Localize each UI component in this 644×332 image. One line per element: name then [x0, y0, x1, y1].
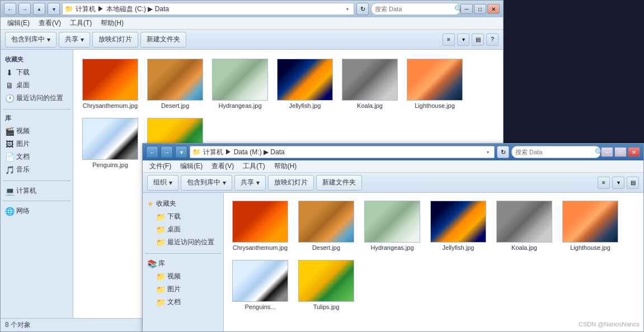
slideshow-button-1[interactable]: 放映幻灯片: [92, 32, 138, 48]
file-tulips-2[interactable]: Tulips.jpg: [295, 258, 357, 312]
sidebar-item-download-1[interactable]: ⬇ 下载: [3, 66, 70, 79]
help-button-1[interactable]: ?: [486, 34, 499, 46]
close-button-1[interactable]: ✕: [487, 4, 500, 14]
music-icon-1: 🎵: [5, 166, 14, 174]
sidebar-item-music-1[interactable]: 🎵 音乐: [3, 163, 70, 176]
organize-dropdown-icon-2: ▾: [169, 179, 172, 187]
back-button[interactable]: ←: [4, 3, 16, 15]
sidebar-item-recent-2[interactable]: 📁 最近访问的位置: [145, 236, 221, 249]
file-penguins-2[interactable]: Penguins...: [229, 258, 291, 312]
desktop-icon-1: 🖥: [5, 82, 14, 89]
sidebar-item-video-1[interactable]: 🎬 视频: [3, 125, 70, 137]
file-jellyfish-2[interactable]: Jellyfish.jpg: [427, 198, 489, 253]
include-library-button-2[interactable]: 包含到库中 ▾: [181, 175, 232, 191]
sidebar-item-desktop-1[interactable]: 🖥 桌面: [3, 79, 70, 92]
forward-button[interactable]: →: [18, 3, 31, 15]
menu-view-1[interactable]: 查看(V): [34, 17, 65, 29]
sidebar-item-network-1[interactable]: 🌐 网络: [3, 205, 70, 217]
file-koala-1[interactable]: Koala.jpg: [340, 56, 400, 111]
menu-edit-1[interactable]: 编辑(E): [3, 17, 34, 29]
view-dropdown-button-1[interactable]: ▾: [457, 34, 469, 46]
forward-button-2[interactable]: →: [161, 146, 173, 158]
share-button-1[interactable]: 共享 ▾: [59, 32, 90, 48]
sidebar-document-label-1: 文档: [16, 152, 30, 162]
menu-tools-2[interactable]: 工具(T): [238, 160, 269, 172]
sidebar-download-label-1: 下载: [16, 68, 30, 77]
share-button-2[interactable]: 共享 ▾: [234, 175, 266, 191]
file-hydrangeas-1[interactable]: Hydrangeas.jpg: [210, 56, 270, 111]
file-lighthouse-2[interactable]: Lighthouse.jpg: [560, 198, 621, 253]
address-bar-2[interactable]: 📁 计算机 ▶ Data (M:) ▶ Data ▾: [190, 146, 495, 158]
address-dropdown-1[interactable]: ▾: [344, 5, 351, 13]
refresh-button-2[interactable]: ↻: [497, 146, 509, 158]
file-chrysanthemum-1[interactable]: Chrysanthemum.jpg: [80, 56, 140, 111]
maximize-button-1[interactable]: □: [474, 4, 486, 14]
refresh-button-1[interactable]: ↻: [356, 3, 369, 15]
recent-button-2[interactable]: ▾: [175, 146, 187, 158]
menu-help-2[interactable]: 帮助(H): [270, 160, 302, 172]
sidebar-library-title-item-2[interactable]: 📚 库: [145, 257, 221, 270]
menu-help-1[interactable]: 帮助(H): [96, 17, 128, 29]
search-bar-1[interactable]: 🔍: [371, 3, 460, 15]
include-library-label-1: 包含到库中: [11, 35, 45, 44]
sidebar-item-picture-2[interactable]: 📁 图片: [145, 283, 221, 296]
recent-icon-1: 🕐: [5, 94, 14, 102]
details-pane-button-1[interactable]: ▤: [472, 34, 484, 46]
sidebar-item-picture-1[interactable]: 🖼 图片: [3, 137, 70, 150]
search-input-1[interactable]: [375, 6, 452, 12]
share-label-2: 共享: [241, 178, 254, 187]
details-pane-button-2[interactable]: ▤: [627, 177, 639, 189]
slideshow-button-2[interactable]: 放映幻灯片: [268, 175, 314, 191]
include-library-button-1[interactable]: 包含到库中 ▾: [5, 32, 57, 48]
close-button-2[interactable]: ✕: [628, 147, 640, 157]
sidebar-item-recent-1[interactable]: 🕐 最近访问的位置: [3, 92, 70, 105]
menu-view-2[interactable]: 查看(V): [207, 160, 238, 172]
sidebar-download-label-2: 下载: [167, 212, 181, 221]
organize-button-2[interactable]: 组织 ▾: [147, 175, 178, 191]
file-lighthouse-1[interactable]: Lighthouse.jpg: [405, 56, 465, 111]
search-bar-2[interactable]: 🔍: [511, 146, 601, 158]
search-input-2[interactable]: [515, 149, 593, 155]
back-button-2[interactable]: ←: [146, 146, 158, 158]
file-koala-2[interactable]: Koala.jpg: [493, 198, 555, 253]
sidebar-item-video-2[interactable]: 📁 视频: [145, 270, 221, 283]
file-desert-2[interactable]: Desert.jpg: [295, 198, 357, 253]
minimize-button-1[interactable]: ─: [460, 4, 473, 14]
sidebar-item-desktop-2[interactable]: 📁 桌面: [145, 223, 221, 236]
sidebar-favorites-title-item-2[interactable]: ★ 收藏夹: [145, 197, 221, 210]
menu-edit-2[interactable]: 编辑(E): [176, 160, 207, 172]
maximize-button-2[interactable]: □: [614, 147, 627, 157]
file-chrysanthemum-2[interactable]: Chrysanthemum.jpg: [229, 198, 291, 253]
address-bar-1[interactable]: 📁 计算机 ▶ 本地磁盘 (C:) ▶ Data ▾: [62, 3, 354, 15]
toolbar-1: 包含到库中 ▾ 共享 ▾ 放映幻灯片 新建文件夹 ≡ ▾ ▤ ?: [1, 30, 503, 50]
file-jellyfish-1[interactable]: Jellyfish.jpg: [275, 56, 335, 111]
file-hydrangeas-2[interactable]: Hydrangeas.jpg: [361, 198, 423, 253]
menu-file-2[interactable]: 文件(F): [145, 160, 176, 172]
file-name-lighthouse-1: Lighthouse.jpg: [415, 102, 455, 109]
file-desert-1[interactable]: Desert.jpg: [145, 56, 205, 111]
minimize-button-2[interactable]: ─: [601, 147, 613, 157]
new-folder-button-2[interactable]: 新建文件夹: [316, 175, 362, 191]
window-controls-2: ─ □ ✕: [601, 147, 640, 157]
view-toggle-button-1[interactable]: ≡: [443, 34, 455, 46]
file-name-desert-1: Desert.jpg: [161, 102, 189, 109]
sidebar-item-download-2[interactable]: 📁 下载: [145, 210, 221, 223]
sidebar-item-document-2[interactable]: 📁 文档: [145, 296, 221, 309]
sidebar-2: ★ 收藏夹 📁 下载 📁 桌面 📁 最近访问的位置: [143, 193, 224, 331]
sidebar-item-document-1[interactable]: 📄 文档: [3, 150, 70, 163]
view-toggle-button-2[interactable]: ≡: [598, 177, 610, 189]
view-dropdown-button-2[interactable]: ▾: [612, 177, 624, 189]
new-folder-button-1[interactable]: 新建文件夹: [140, 32, 186, 48]
recent-button[interactable]: ▾: [48, 3, 60, 15]
watermark: CSDN @NanosNanos: [579, 321, 640, 328]
content-area-2: Chrysanthemum.jpg Desert.jpg Hydrangeas.…: [224, 193, 643, 331]
picture-icon-1: 🖼: [5, 140, 14, 148]
address-dropdown-2[interactable]: ▾: [484, 148, 492, 156]
menu-tools-1[interactable]: 工具(T): [65, 17, 96, 29]
recent-icon-2: 📁: [156, 239, 165, 246]
sidebar-item-computer-1[interactable]: 💻 计算机: [3, 184, 70, 197]
file-penguins-1[interactable]: Penguins.jpg: [80, 116, 140, 170]
sidebar-video-label-2: 视频: [167, 272, 181, 281]
up-button[interactable]: ▲: [33, 3, 45, 15]
address-text-2: 计算机 ▶ Data (M:) ▶ Data: [203, 148, 482, 157]
